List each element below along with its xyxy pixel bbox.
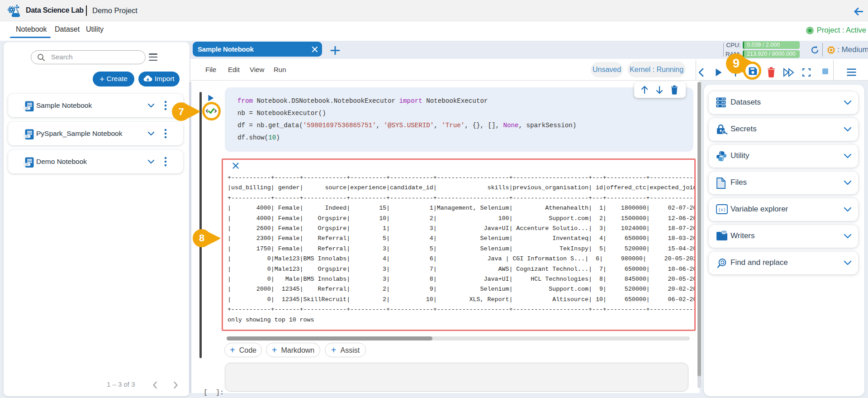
svg-text:(x): (x) [718,208,726,212]
